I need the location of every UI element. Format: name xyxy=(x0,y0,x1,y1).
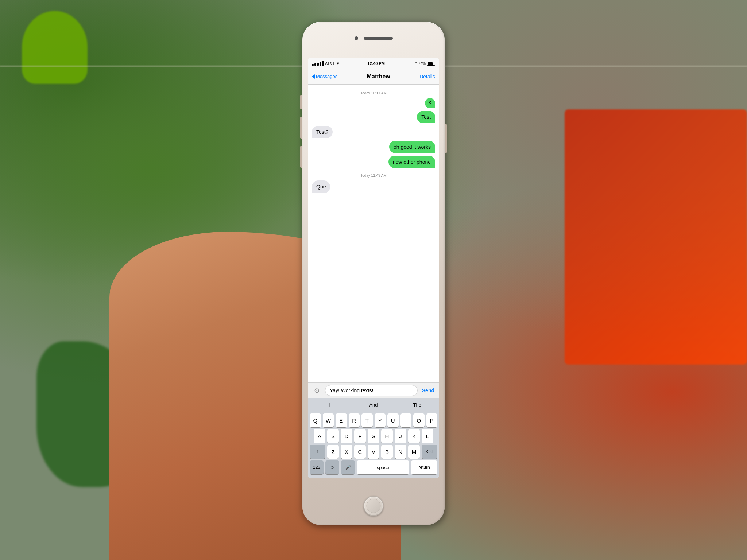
key-x[interactable]: X xyxy=(341,445,352,459)
message-bubble-other-phone: now other phone xyxy=(388,156,435,168)
message-bubble-good: oh good it works xyxy=(389,141,435,153)
front-camera xyxy=(355,36,358,40)
key-h[interactable]: H xyxy=(381,429,393,443)
key-v[interactable]: V xyxy=(368,445,379,459)
keyboard-row-4: 123 ☺ 🎤 space return xyxy=(310,460,437,474)
nav-title: Matthew xyxy=(367,73,390,80)
key-o[interactable]: O xyxy=(413,413,425,427)
camera-icon: ⊙ xyxy=(314,386,320,394)
send-button[interactable]: Send xyxy=(421,388,436,393)
message-row-other-phone: now other phone xyxy=(312,156,435,168)
back-label: Messages xyxy=(316,74,337,79)
camera-button[interactable]: ⊙ xyxy=(311,385,322,396)
mic-key[interactable]: 🎤 xyxy=(341,460,355,474)
status-bar: AT&T ▼ 12:40 PM ↑ * 74% xyxy=(308,58,439,69)
key-b[interactable]: B xyxy=(381,445,393,459)
key-t[interactable]: T xyxy=(361,413,373,427)
iphone-body: AT&T ▼ 12:40 PM ↑ * 74% Messages xyxy=(302,22,445,525)
key-c[interactable]: C xyxy=(354,445,366,459)
volume-up-button[interactable] xyxy=(300,117,302,139)
input-area: ⊙ Yay! Working texts! Send xyxy=(308,382,439,398)
space-key[interactable]: space xyxy=(357,460,409,474)
key-d[interactable]: D xyxy=(341,429,352,443)
signal-strength xyxy=(312,61,324,66)
home-button-inner xyxy=(367,499,381,513)
keyboard-row-3: ⇧ Z X C V B N M ⌫ xyxy=(310,445,437,459)
key-p[interactable]: P xyxy=(426,413,438,427)
iphone: AT&T ▼ 12:40 PM ↑ * 74% Messages xyxy=(302,22,445,525)
speaker xyxy=(364,37,393,40)
status-time: 12:40 PM xyxy=(367,61,385,66)
shift-key[interactable]: ⇧ xyxy=(310,445,325,459)
time-label-2: Today 11:49 AM xyxy=(312,174,435,178)
key-f[interactable]: F xyxy=(354,429,366,443)
battery-percent: 74% xyxy=(418,62,426,66)
back-button[interactable]: Messages xyxy=(312,74,337,79)
key-s[interactable]: S xyxy=(327,429,339,443)
message-row-test-received: Test? xyxy=(312,126,435,138)
power-button[interactable] xyxy=(445,124,447,153)
return-key[interactable]: return xyxy=(411,460,437,474)
location-icon: ↑ xyxy=(412,62,414,66)
key-u[interactable]: U xyxy=(387,413,399,427)
message-row-k: K xyxy=(312,98,435,108)
signal-dot-2 xyxy=(314,63,316,66)
key-m[interactable]: M xyxy=(408,445,420,459)
message-row-test-sent: Test xyxy=(312,111,435,123)
details-button[interactable]: Details xyxy=(419,74,435,79)
message-bubble-que: Que xyxy=(312,180,330,193)
message-row-good: oh good it works xyxy=(312,141,435,153)
home-button[interactable] xyxy=(364,496,384,516)
key-a[interactable]: A xyxy=(314,429,325,443)
battery-indicator xyxy=(427,62,435,66)
emoji-key[interactable]: ☺ xyxy=(325,460,339,474)
autocomplete-i[interactable]: I xyxy=(308,400,352,410)
signal-dot-3 xyxy=(317,63,319,66)
key-j[interactable]: J xyxy=(395,429,406,443)
key-w[interactable]: W xyxy=(323,413,334,427)
numbers-key[interactable]: 123 xyxy=(310,460,324,474)
keyboard-row-2: A S D F G H J K L xyxy=(310,429,437,443)
key-y[interactable]: Y xyxy=(375,413,386,427)
autocomplete-bar: I And The xyxy=(308,398,439,411)
autocomplete-the[interactable]: The xyxy=(395,400,439,410)
wifi-icon: ▼ xyxy=(336,61,340,66)
input-text: Yay! Working texts! xyxy=(330,388,373,393)
signal-dot-5 xyxy=(322,61,324,66)
nav-bar: Messages Matthew Details xyxy=(308,69,439,85)
iphone-top xyxy=(337,33,410,44)
key-g[interactable]: G xyxy=(368,429,379,443)
back-chevron-icon xyxy=(312,74,315,79)
message-input[interactable]: Yay! Working texts! xyxy=(325,385,418,396)
key-e[interactable]: E xyxy=(336,413,347,427)
battery-fill xyxy=(428,62,433,65)
signal-dot-4 xyxy=(320,62,321,66)
messages-area: Today 10:11 AM K Test Test? xyxy=(308,85,439,382)
key-l[interactable]: L xyxy=(422,429,433,443)
key-r[interactable]: R xyxy=(349,413,360,427)
volume-down-button[interactable] xyxy=(300,146,302,168)
mute-button[interactable] xyxy=(300,95,302,109)
backspace-key[interactable]: ⌫ xyxy=(422,445,437,459)
status-right: ↑ * 74% xyxy=(412,62,435,66)
key-n[interactable]: N xyxy=(395,445,406,459)
status-left: AT&T ▼ xyxy=(312,61,340,66)
keyboard: Q W E R T Y U I O P A S D F G xyxy=(308,411,439,478)
message-bubble-k: K xyxy=(425,98,435,108)
keyboard-row-1: Q W E R T Y U I O P xyxy=(310,413,437,427)
key-q[interactable]: Q xyxy=(310,413,321,427)
time-label-1: Today 10:11 AM xyxy=(312,91,435,95)
android-figure xyxy=(22,11,88,84)
signal-dot-1 xyxy=(312,64,314,66)
carrier-label: AT&T xyxy=(325,61,335,66)
red-package xyxy=(565,109,747,365)
iphone-screen: AT&T ▼ 12:40 PM ↑ * 74% Messages xyxy=(308,58,439,478)
key-i[interactable]: I xyxy=(400,413,412,427)
key-z[interactable]: Z xyxy=(327,445,339,459)
message-bubble-test-received: Test? xyxy=(312,126,333,138)
message-bubble-test-sent: Test xyxy=(417,111,435,123)
autocomplete-and[interactable]: And xyxy=(352,400,396,410)
key-k[interactable]: K xyxy=(408,429,420,443)
message-row-que: Que xyxy=(312,180,435,193)
bluetooth-icon: * xyxy=(415,62,417,66)
